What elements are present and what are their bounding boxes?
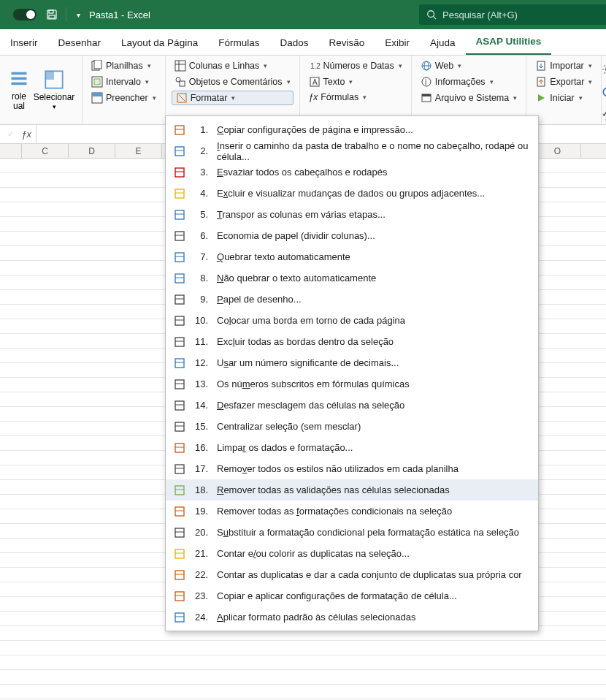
- menu-item-24[interactable]: 24.Aplicar formato padrão às células sel…: [166, 606, 538, 628]
- numeros-datas-menu[interactable]: 1.2 Números e Datas▾: [306, 58, 405, 73]
- svg-rect-67: [175, 422, 184, 431]
- save-icon[interactable]: [44, 9, 60, 20]
- selecionar-button[interactable]: Selecionar ▾: [32, 58, 76, 121]
- menu-item-7[interactable]: 7.Quebrar texto automaticamente: [166, 246, 538, 267]
- formulas-menu[interactable]: ƒx Fórmulas▾: [306, 91, 405, 104]
- menu-icon: [173, 526, 186, 539]
- columns-rows-icon: [174, 60, 186, 72]
- col-e[interactable]: E: [115, 144, 162, 158]
- intervalo-menu[interactable]: Intervalo▾: [88, 75, 159, 89]
- importar-menu[interactable]: Importar▾: [532, 58, 595, 73]
- menu-item-6[interactable]: 6.Economia de papel (dividir colunas)...: [166, 225, 538, 246]
- menu-icon: [173, 441, 186, 454]
- tab-revisao[interactable]: Revisão: [318, 31, 375, 55]
- tab-dados[interactable]: Dados: [269, 31, 318, 55]
- menu-item-15[interactable]: 15.Centralizar seleção (sem mesclar): [166, 416, 538, 437]
- menu-item-2[interactable]: 2.Inserir o caminho da pasta de trabalho…: [166, 140, 538, 161]
- menu-item-9[interactable]: 9.Papel de desenho...: [166, 289, 538, 310]
- fx-label: ƒx: [0, 125, 37, 143]
- preencher-menu[interactable]: Preencher▾: [88, 91, 159, 105]
- exportar-menu[interactable]: Exportar▾: [532, 75, 595, 89]
- svg-marker-34: [538, 94, 545, 102]
- menu-icon: [173, 484, 186, 497]
- sheets-icon: [91, 60, 103, 72]
- tab-inserir[interactable]: Inserir: [0, 31, 48, 55]
- svg-rect-73: [175, 486, 184, 495]
- svg-rect-5: [12, 72, 27, 75]
- svg-rect-13: [94, 79, 100, 85]
- menu-icon: [173, 420, 186, 433]
- qa-customize-icon[interactable]: ▾: [77, 11, 80, 19]
- tab-formulas[interactable]: Fórmulas: [208, 31, 269, 55]
- svg-rect-2: [49, 15, 55, 18]
- menu-icon: [173, 357, 186, 370]
- planilhas-menu[interactable]: Planilhas▾: [88, 58, 159, 73]
- svg-rect-11: [94, 60, 101, 69]
- svg-rect-43: [175, 168, 184, 177]
- menu-item-17[interactable]: 17.Remover todos os estilos não utilizad…: [166, 458, 538, 479]
- search-icon: [426, 9, 437, 20]
- gear-icon[interactable]: [602, 63, 606, 76]
- svg-rect-61: [175, 359, 184, 368]
- refresh-icon[interactable]: [602, 110, 606, 123]
- texto-menu[interactable]: A Texto▾: [306, 75, 405, 89]
- arquivo-sistema-menu[interactable]: Arquivo e Sistema▾: [418, 91, 520, 105]
- search-icon[interactable]: [602, 86, 606, 99]
- svg-rect-47: [175, 210, 184, 219]
- tab-asap[interactable]: ASAP Utilities: [466, 29, 552, 55]
- tab-desenhar[interactable]: Desenhar: [48, 31, 112, 55]
- menu-item-18[interactable]: 18.Remover todas as validações nas célul…: [166, 479, 538, 501]
- menu-item-14[interactable]: 14.Desfazer mesclagem das células na sel…: [166, 395, 538, 416]
- fill-icon: [91, 92, 103, 104]
- list-icon: [9, 69, 29, 89]
- tab-ajuda[interactable]: Ajuda: [420, 31, 466, 55]
- menu-item-19[interactable]: 19.Remover todas as formatações condicio…: [166, 501, 538, 522]
- tab-layout[interactable]: Layout da Página: [111, 31, 208, 55]
- menu-item-22[interactable]: 22.Contar as duplicatas e dar a cada con…: [166, 564, 538, 585]
- menu-item-13[interactable]: 13.Os números subscritos em fórmulas quí…: [166, 373, 538, 395]
- menu-item-11[interactable]: 11.Excluir todas as bordas dentro da sel…: [166, 331, 538, 352]
- menu-item-8[interactable]: 8.Não quebrar o texto automaticamente: [166, 267, 538, 289]
- globe-icon: [421, 60, 432, 72]
- svg-rect-75: [175, 507, 184, 516]
- menu-item-1[interactable]: 1.Copiar configurações de página e impre…: [166, 119, 538, 140]
- grid-select-icon: [44, 69, 64, 90]
- colunas-linhas-menu[interactable]: Colunas e Linhas▾: [172, 58, 294, 73]
- ribbon: roleual Selecionar ▾ Planilhas▾ Interval…: [0, 56, 606, 125]
- search-box[interactable]: Pesquisar (Alt+G): [419, 4, 606, 25]
- formatar-menu[interactable]: Formatar▾: [172, 91, 294, 105]
- svg-rect-85: [175, 613, 184, 622]
- col-c[interactable]: C: [22, 144, 69, 158]
- svg-rect-7: [12, 82, 27, 85]
- menu-icon: [173, 293, 186, 306]
- menu-item-16[interactable]: 16.Limpar os dados e formatação...: [166, 437, 538, 458]
- menu-item-12[interactable]: 12.Usar um número significante de decima…: [166, 352, 538, 373]
- svg-rect-45: [175, 189, 184, 198]
- menu-item-21[interactable]: 21.Contar e/ou colorir as duplicatas na …: [166, 543, 538, 564]
- menu-icon: [173, 463, 186, 476]
- controle-visual-button[interactable]: roleual: [6, 58, 32, 121]
- autosave-toggle[interactable]: [13, 9, 37, 20]
- menu-item-3[interactable]: 3.Esvaziar todos os cabeçalhos e rodapés: [166, 161, 538, 183]
- svg-rect-6: [12, 77, 27, 80]
- col-d[interactable]: D: [69, 144, 115, 158]
- svg-rect-9: [45, 72, 54, 80]
- text-icon: A: [309, 76, 321, 88]
- web-menu[interactable]: Web▾: [418, 58, 520, 73]
- range-icon: [91, 76, 103, 88]
- menu-item-20[interactable]: 20.Substituir a formatação condicional p…: [166, 522, 538, 543]
- menu-item-10[interactable]: 10.Colocar uma borda em torno de cada pá…: [166, 310, 538, 331]
- menu-icon: [173, 505, 186, 518]
- iniciar-menu[interactable]: Iniciar▾: [532, 91, 595, 105]
- svg-text:1.2: 1.2: [310, 62, 321, 70]
- menu-item-23[interactable]: 23.Copiar e aplicar configurações de for…: [166, 585, 538, 606]
- menu-icon: [173, 399, 186, 412]
- menu-item-5[interactable]: 5.Transpor as colunas em várias etapas..…: [166, 204, 538, 225]
- col-o[interactable]: O: [534, 144, 581, 158]
- objects-icon: [174, 76, 186, 88]
- menu-item-4[interactable]: 4.Excluir e visualizar mudanças de dados…: [166, 183, 538, 204]
- objetos-comentarios-menu[interactable]: Objetos e Comentários▾: [172, 75, 294, 89]
- tab-exibir[interactable]: Exibir: [375, 31, 420, 55]
- menu-icon: [173, 229, 186, 243]
- informacoes-menu[interactable]: i Informações▾: [418, 75, 520, 89]
